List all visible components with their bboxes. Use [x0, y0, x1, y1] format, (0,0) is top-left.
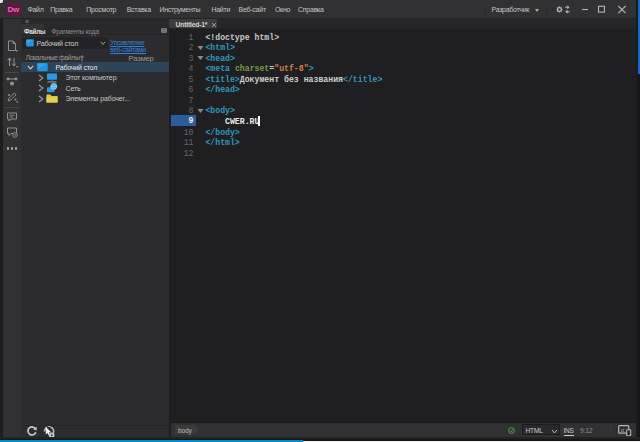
svg-text:o: o	[621, 426, 624, 432]
